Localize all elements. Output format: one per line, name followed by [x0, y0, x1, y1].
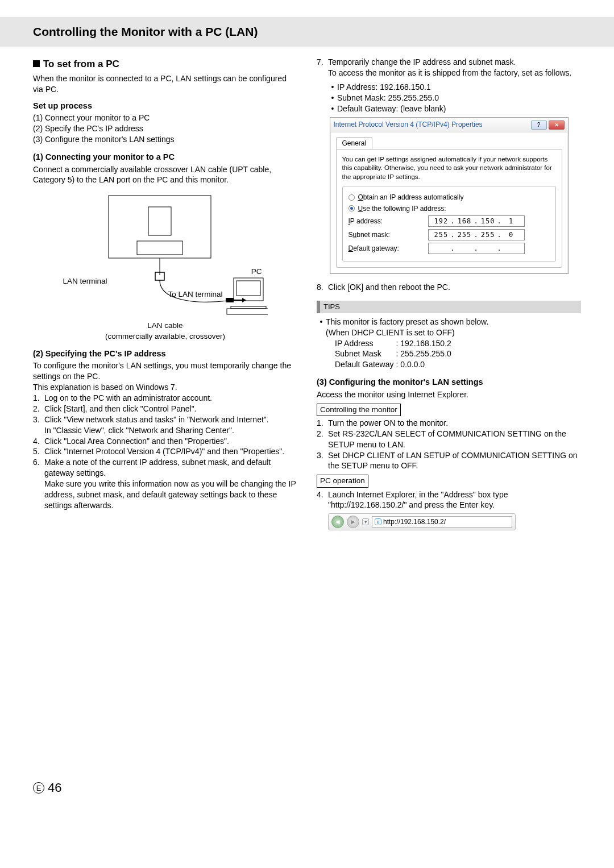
- diagram-lan-connection: LAN terminal PC To LAN terminal LAN cabl…: [33, 190, 297, 341]
- tips-key: Subnet Mask: [335, 348, 396, 359]
- spec-intro-2: This explanation is based on Windows 7.: [33, 382, 297, 393]
- list-item: 3.Click "View network status and tasks" …: [33, 414, 297, 436]
- step-number: 2.: [33, 404, 44, 414]
- list-item: 5.Click "Internet Protocol Version 4 (TC…: [33, 446, 297, 457]
- step-extra: In "Classic View", click "Network and Sh…: [44, 426, 234, 435]
- connecting-body: Connect a commercially available crossov…: [33, 164, 297, 186]
- edition-icon: E: [33, 782, 44, 794]
- row-ip-address: IP address: 192.168.150.1: [349, 215, 550, 227]
- row-default-gateway: Default gateway: ...: [349, 243, 550, 254]
- right-column: 7. Temporarily change the IP address and…: [317, 57, 581, 530]
- svg-rect-9: [227, 309, 268, 314]
- setup-process-heading: Set up process: [33, 101, 297, 112]
- step-text: Log on to the PC with an administrator a…: [44, 393, 297, 404]
- tips-val: : 0.0.0.0: [396, 359, 454, 370]
- ip-address-field[interactable]: 192.168.150.1: [428, 215, 525, 227]
- close-button[interactable]: ✕: [549, 121, 565, 130]
- list-item: 2.Set RS-232C/LAN SELECT of COMMUNICATIO…: [317, 429, 581, 450]
- step-number: 7.: [317, 57, 328, 114]
- fig-caption-crossover: (commercially available, crossover): [33, 331, 297, 342]
- spec-ip-heading: (2) Specifying the PC's IP address: [33, 348, 297, 360]
- step-8: 8.Click [OK] and then reboot the PC.: [317, 282, 581, 293]
- radio-dot-icon: [350, 207, 353, 210]
- subnet-mask-field[interactable]: 255.255.255.0: [428, 229, 525, 240]
- list-item: Subnet Mask: 255.255.255.0: [328, 93, 581, 103]
- list-item: (1) Connect your monitor to a PC: [33, 113, 297, 123]
- tips-key: Default Gateway: [335, 359, 396, 370]
- tips-heading-bar: TIPS: [317, 301, 581, 313]
- tips-list: This monitor is factory preset as shown …: [317, 317, 581, 370]
- list-item: 4.Launch Internet Explorer, in the "Addr…: [317, 489, 581, 511]
- svg-rect-6: [234, 278, 263, 301]
- step-text: Launch Internet Explorer, in the "Addres…: [328, 489, 581, 511]
- list-item: Default Gateway: (leave blank): [328, 103, 581, 114]
- list-item: 1.Turn the power ON to the monitor.: [317, 418, 581, 429]
- step-text: Click "Internet Protocol Version 4 (TCP/…: [44, 446, 297, 457]
- connecting-heading: (1) Connecting your monitor to a PC: [33, 152, 297, 163]
- list-item: This monitor is factory preset as shown …: [317, 317, 581, 370]
- step7-body: To access the monitor as it is shipped f…: [328, 68, 571, 77]
- radio-icon: [349, 194, 355, 201]
- list-item: 7. Temporarily change the IP address and…: [317, 57, 581, 114]
- svg-rect-8: [231, 306, 266, 309]
- bullet-text: Subnet Mask: 255.255.255.0: [337, 93, 439, 103]
- radio-icon: [349, 205, 355, 211]
- step-7: 7. Temporarily change the IP address and…: [317, 57, 581, 114]
- svg-rect-7: [237, 281, 260, 296]
- tips-val: : 192.168.150.2: [396, 338, 454, 349]
- step-text: Set RS-232C/LAN SELECT of COMMUNICATION …: [328, 429, 581, 450]
- radio-label-u: U: [358, 205, 363, 213]
- step-number: 3.: [317, 450, 328, 472]
- spec-steps-list: 1.Log on to the PC with an administrator…: [33, 393, 297, 511]
- svg-rect-1: [148, 207, 171, 235]
- spec-intro-1: To configure the monitor's LAN settings,…: [33, 360, 297, 382]
- step-text: Click "View network status and tasks" in…: [44, 415, 269, 424]
- label: P address:: [350, 217, 383, 225]
- forward-button[interactable]: ►: [347, 516, 359, 528]
- fig-label-lan-terminal: LAN terminal: [63, 276, 107, 286]
- radio-obtain-auto[interactable]: Obtain an IP address automatically: [349, 193, 550, 202]
- configuring-sub: Access the monitor using Internet Explor…: [317, 389, 581, 400]
- list-item: 4.Click "Local Area Connection" and then…: [33, 436, 297, 447]
- square-bullet-icon: [33, 60, 40, 67]
- help-button[interactable]: ?: [531, 121, 547, 130]
- fig-caption-lan-cable: LAN cable: [33, 321, 297, 331]
- radio-label-u: O: [358, 193, 363, 201]
- ip-fieldset: Obtain an IP address automatically Use t…: [342, 186, 556, 261]
- dialog-title: Internet Protocol Version 4 (TCP/IPv4) P…: [334, 120, 529, 129]
- back-button[interactable]: ◄: [331, 516, 344, 528]
- step-text: Make a note of the current IP address, s…: [44, 458, 271, 477]
- table-row: Subnet Mask: 255.255.255.0: [335, 348, 454, 359]
- heading-text: To set from a PC: [43, 59, 119, 69]
- page-footer: E 46: [33, 780, 581, 795]
- section-header-bar: Controlling the Monitor with a PC (LAN): [0, 17, 614, 47]
- list-item: 8.Click [OK] and then reboot the PC.: [317, 282, 581, 293]
- url-input[interactable]: e http://192.168.150.2/: [372, 516, 512, 528]
- step-number: 4.: [317, 489, 328, 511]
- step-number: 1.: [33, 393, 44, 404]
- intro-text: When the monitor is connected to a PC, L…: [33, 73, 297, 95]
- tips-line2: (When DHCP CLIENT is set to OFF): [326, 328, 455, 337]
- two-column-layout: To set from a PC When the monitor is con…: [33, 57, 581, 530]
- fig-label-to-lan-terminal: To LAN terminal: [168, 289, 223, 300]
- list-item: 6.Make a note of the current IP address,…: [33, 457, 297, 510]
- url-text: http://192.168.150.2/: [383, 517, 446, 526]
- step-text: Turn the power ON to the monitor.: [328, 418, 581, 429]
- label: efault gateway:: [353, 244, 399, 252]
- ie-icon: e: [375, 518, 381, 525]
- ctrl-steps-list: 1.Turn the power ON to the monitor. 2.Se…: [317, 418, 581, 471]
- radio-use-following[interactable]: Use the following IP address:: [349, 204, 550, 213]
- step-number: 6.: [33, 457, 44, 510]
- bullet-text: IP Address: 192.168.150.1: [337, 82, 431, 93]
- tab-general[interactable]: General: [336, 137, 373, 149]
- step-number: 3.: [33, 414, 44, 436]
- history-dropdown[interactable]: ▾: [362, 518, 369, 525]
- step-number: 4.: [33, 436, 44, 447]
- configuring-heading: (3) Configuring the monitor's LAN settin…: [317, 377, 581, 388]
- step-text: Click "Local Area Connection" and then "…: [44, 436, 297, 447]
- page: Controlling the Monitor with a PC (LAN) …: [0, 0, 614, 818]
- step-text: Set DHCP CLIENT of LAN SETUP of COMMUNIC…: [328, 450, 581, 472]
- default-gateway-field[interactable]: ...: [428, 243, 525, 254]
- step-number: 8.: [317, 282, 328, 293]
- diagram-svg: [63, 190, 268, 321]
